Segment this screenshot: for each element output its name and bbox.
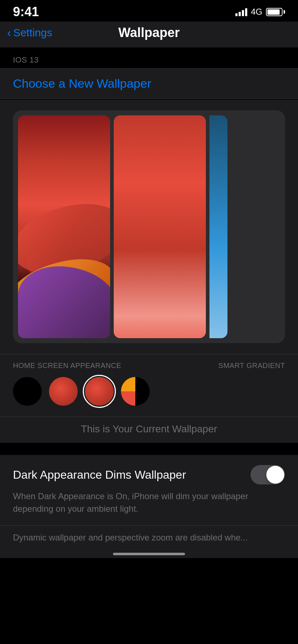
dark-appearance-toggle[interactable] [250, 465, 285, 484]
status-bar: 9:41 4G [0, 0, 298, 22]
dark-appearance-title: Dark Appearance Dims Wallpaper [13, 468, 186, 482]
home-screen-preview[interactable] [114, 115, 206, 338]
signal-bars-icon [235, 8, 247, 16]
color-option-red-selected[interactable] [85, 377, 114, 406]
signal-bar-4 [245, 8, 247, 16]
dark-appearance-row: Dark Appearance Dims Wallpaper [13, 465, 285, 484]
peek-wallpaper-background [209, 115, 227, 338]
signal-bar-1 [235, 13, 238, 16]
home-bar [113, 553, 185, 555]
wallpaper-preview-section [0, 100, 298, 354]
nav-bar: ‹ Settings Wallpaper [0, 22, 298, 47]
wave-layer-3 [18, 266, 110, 338]
toggle-knob [266, 466, 284, 484]
home-indicator [0, 547, 298, 558]
current-wallpaper-text: This is Your Current Wallpaper [81, 423, 217, 434]
back-chevron-icon: ‹ [7, 26, 11, 40]
battery-icon [266, 8, 285, 16]
signal-bar-2 [239, 12, 241, 16]
choose-wallpaper-section: Choose a New Wallpaper [0, 68, 298, 99]
color-options [13, 377, 285, 406]
nav-title: Wallpaper [118, 25, 180, 40]
battery-body [266, 8, 283, 16]
appearance-section: HOME SCREEN APPEARANCE SMART GRADIENT [0, 354, 298, 417]
smart-gradient-label: SMART GRADIENT [218, 362, 285, 370]
color-option-red[interactable] [49, 377, 78, 406]
next-wallpaper-peek[interactable] [209, 115, 227, 338]
wallpaper-previews-container [13, 110, 285, 343]
back-button[interactable]: ‹ Settings [7, 26, 52, 40]
color-option-mixed[interactable] [121, 377, 150, 406]
section-label: IOS 13 [0, 47, 298, 68]
network-label: 4G [251, 7, 262, 17]
status-time: 9:41 [13, 4, 39, 19]
status-icons: 4G [235, 7, 285, 17]
bottom-partial-text: Dynamic wallpaper and perspective zoom a… [13, 532, 285, 544]
battery-tip [284, 10, 285, 14]
back-label[interactable]: Settings [13, 27, 52, 39]
choose-wallpaper-link[interactable]: Choose a New Wallpaper [13, 77, 151, 90]
current-wallpaper-label: This is Your Current Wallpaper [0, 417, 298, 443]
dark-appearance-description: When Dark Appearance is On, iPhone will … [13, 490, 285, 515]
lock-screen-preview[interactable] [18, 115, 110, 338]
battery-fill [267, 9, 280, 15]
signal-bar-3 [242, 10, 244, 16]
color-option-black[interactable] [13, 377, 42, 406]
home-screen-appearance-label: HOME SCREEN APPEARANCE [13, 362, 121, 370]
home-wallpaper-background [114, 115, 206, 338]
bottom-partial-section: Dynamic wallpaper and perspective zoom a… [0, 525, 298, 547]
dark-appearance-section: Dark Appearance Dims Wallpaper When Dark… [0, 451, 298, 525]
section-spacer [0, 443, 298, 451]
lock-wallpaper-background [18, 115, 110, 338]
appearance-headers: HOME SCREEN APPEARANCE SMART GRADIENT [13, 362, 285, 370]
